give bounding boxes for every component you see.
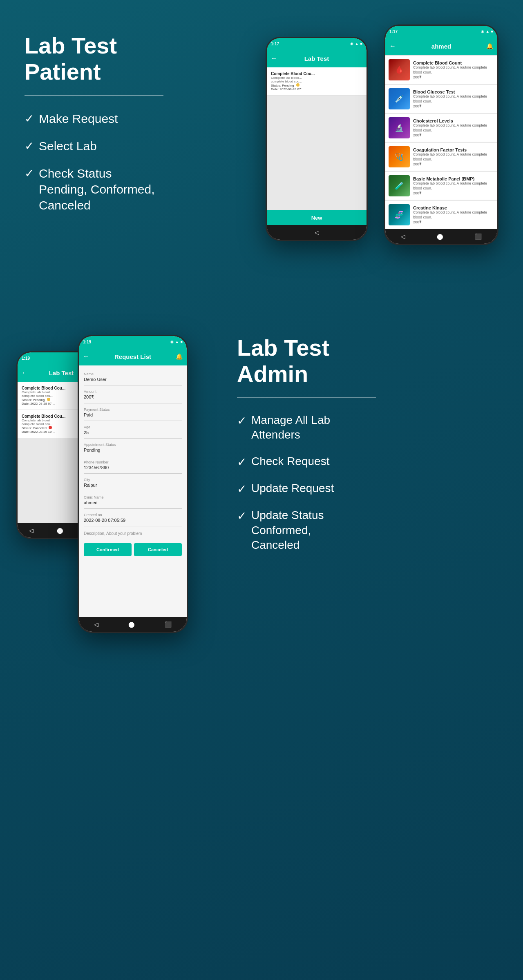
lab-desc-3: Complete lab blood count. A routine comp… [413, 152, 494, 162]
dot-red-1 [49, 426, 52, 429]
field-label-0: Name [84, 372, 182, 376]
confirmed-button[interactable]: Confirmed [84, 543, 132, 556]
appbar-title-back-bottom: Lab Test [49, 370, 74, 376]
admin-features: ✓ Manage All Lab Attenders ✓ Check Reque… [237, 413, 498, 553]
item-title-back-top: Complete Blood Cou... [271, 71, 362, 76]
lab-item-2[interactable]: 🔬 Cholesterol Levels Complete lab blood … [385, 114, 497, 142]
lab-price-1: 200₹ [413, 104, 494, 108]
field-value-7: ahmed [84, 500, 182, 505]
form-field-4: Appointment Status Pending [84, 439, 182, 456]
back-arrow-top[interactable]: ← [271, 55, 277, 62]
status-bar-back-top: 1:17 ◉ ▲ ■ [267, 38, 367, 49]
field-value-2: Paid [84, 412, 182, 417]
time-front-bottom: 1:19 [83, 340, 91, 344]
form-field-8: Created on 2022-08-28 07:05:59 [84, 510, 182, 526]
nav-bar-front-top: ◁ ⬤ ⬛ [385, 229, 497, 244]
lab-img-4: 🧪 [389, 175, 410, 196]
lab-item-0[interactable]: 🩸 Complete Blood Count Complete lab bloo… [385, 56, 497, 84]
lab-info-2: Cholesterol Levels Complete lab blood co… [413, 118, 494, 137]
form-field-3: Age 25 [84, 422, 182, 439]
nav-back-bb[interactable]: ◁ [29, 527, 34, 534]
check-admin-3: ✓ [237, 482, 246, 497]
back-arrow-back-bottom[interactable]: ← [22, 369, 28, 376]
item-status-back-top: Status: Pending [271, 83, 362, 87]
lab-info-4: Basic Metabolic Panel (BMP) Complete lab… [413, 176, 494, 195]
lab-item-4[interactable]: 🧪 Basic Metabolic Panel (BMP) Complete l… [385, 172, 497, 200]
lab-name-3: Coagulation Factor Tests [413, 147, 494, 152]
nav-back-front-top[interactable]: ◁ [401, 233, 405, 240]
lab-desc-4: Complete lab blood count. A routine comp… [413, 181, 494, 191]
form-field-6: City Raipur [84, 474, 182, 491]
dot-yellow-1 [47, 398, 50, 401]
lab-desc-5: Complete lab blood count. A routine comp… [413, 210, 494, 220]
lab-price-4: 200₹ [413, 191, 494, 195]
lab-img-1: 💉 [389, 88, 410, 109]
list-item-back-top: Complete Blood Cou... Complete lab blood… [267, 67, 367, 96]
status-dot-yellow [296, 83, 299, 87]
appbar-title-front-top: ahmed [431, 43, 451, 50]
bell-icon-front-bottom[interactable]: 🔔 [176, 353, 183, 360]
lab-price-3: 200₹ [413, 162, 494, 166]
back-arrow-front-top[interactable]: ← [389, 42, 396, 50]
lab-name-0: Complete Blood Count [413, 60, 494, 65]
field-value-0: Demo User [84, 377, 182, 382]
form-field-2: Payment Status Paid [84, 404, 182, 421]
lab-name-5: Creatine Kinase [413, 205, 494, 210]
field-label-4: Appointment Status [84, 443, 182, 447]
nav-back-btn[interactable]: ◁ [315, 229, 319, 236]
bottom-phones-container: 1:19 ◉ ▲ ← Lab Test Complete Blood Cou..… [16, 327, 221, 653]
admin-feature-2: ✓ Check Request [237, 454, 498, 470]
lab-desc-0: Complete lab blood count. A routine comp… [413, 65, 494, 75]
feature-make-request: ✓ Make Request [25, 111, 196, 127]
lab-info-3: Coagulation Factor Tests Complete lab bl… [413, 147, 494, 166]
status-icons-front-bottom: ◉ ▲ ■ [170, 340, 183, 344]
lab-name-2: Cholesterol Levels [413, 118, 494, 123]
status-bar-front-bottom: 1:19 ◉ ▲ ■ [79, 336, 187, 347]
time-back-top: 1:17 [271, 42, 279, 46]
form-field-0: Name Demo User [84, 369, 182, 385]
nav-square-front-top[interactable]: ⬛ [475, 233, 482, 240]
lab-info-1: Blood Glucose Test Complete lab blood co… [413, 89, 494, 108]
time-back-bottom: 1:19 [22, 356, 30, 361]
lab-img-5: 🧬 [389, 204, 410, 225]
nav-back-fb[interactable]: ◁ [94, 621, 98, 628]
appbar-title-front-bottom: Request List [114, 353, 151, 360]
appbar-front-bottom: ← Request List 🔔 [79, 347, 187, 365]
feature-check-status: ✓ Check Status Pending, Conformed, Cance… [25, 165, 196, 213]
top-section: Lab Test Patient ✓ Make Request ✓ Select… [0, 0, 523, 310]
feature-select-lab: ✓ Select Lab [25, 138, 196, 154]
nav-bar-back-top: ◁ [267, 225, 367, 240]
request-form: Name Demo User Amount 200₹ Payment Statu… [79, 365, 187, 617]
nav-home-fb[interactable]: ⬤ [128, 621, 135, 628]
lab-price-2: 200₹ [413, 133, 494, 137]
lab-item-5[interactable]: 🧬 Creatine Kinase Complete lab blood cou… [385, 201, 497, 229]
patient-title: Lab Test Patient [25, 33, 196, 85]
check-icon-3: ✓ [25, 166, 34, 181]
lab-price-0: 200₹ [413, 75, 494, 79]
nav-home-front-top[interactable]: ⬤ [437, 233, 443, 240]
patient-section-text: Lab Test Patient ✓ Make Request ✓ Select… [25, 24, 196, 294]
status-icons-back-top: ◉ ▲ ■ [350, 42, 362, 46]
check-admin-1: ✓ [237, 414, 246, 428]
check-icon-1: ✓ [25, 111, 34, 126]
lab-item-1[interactable]: 💉 Blood Glucose Test Complete lab blood … [385, 85, 497, 113]
canceled-button[interactable]: Canceled [134, 543, 182, 556]
lab-info-0: Complete Blood Count Complete lab blood … [413, 60, 494, 79]
lab-img-0: 🩸 [389, 59, 410, 80]
appbar-back-top: ← Lab Test [267, 49, 367, 67]
status-icons-front-top: ◉ ▲ ■ [481, 29, 493, 33]
lab-item-3[interactable]: 🩺 Coagulation Factor Tests Complete lab … [385, 143, 497, 171]
nav-sq-fb[interactable]: ⬛ [165, 621, 172, 628]
lab-list-content[interactable]: 🩸 Complete Blood Count Complete lab bloo… [385, 55, 497, 229]
field-value-3: 25 [84, 430, 182, 435]
back-phone-top-content: Complete Blood Cou... Complete lab blood… [267, 67, 367, 210]
title-divider [25, 95, 163, 96]
back-arrow-front-bottom[interactable]: ← [83, 353, 89, 360]
bell-icon-front-top[interactable]: 🔔 [486, 43, 493, 49]
admin-feature-1: ✓ Manage All Lab Attenders [237, 413, 498, 443]
nav-home-bb[interactable]: ⬤ [57, 527, 63, 534]
field-value-6: Raipur [84, 483, 182, 488]
new-button[interactable]: New [267, 210, 367, 225]
lab-list: 🩸 Complete Blood Count Complete lab bloo… [385, 56, 497, 229]
appbar-title-back-top: Lab Test [304, 55, 329, 62]
